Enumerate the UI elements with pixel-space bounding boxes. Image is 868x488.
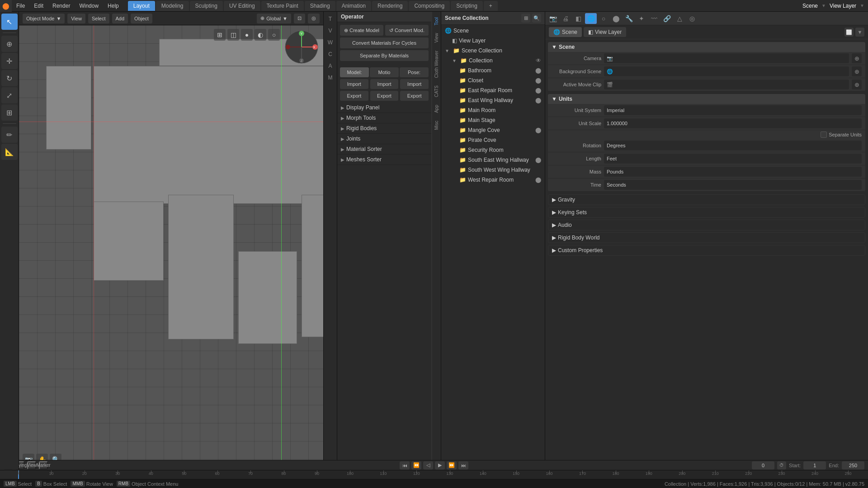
viewport-shading-wire[interactable]: ◫ <box>227 29 239 41</box>
time-value[interactable]: Seconds <box>604 180 862 190</box>
rigid-bodies-row[interactable]: ▶ Rigid Bodies <box>337 123 431 134</box>
start-frame[interactable]: 1 <box>803 461 826 469</box>
import-btn[interactable]: Import <box>340 79 368 89</box>
cursor-tool-btn[interactable]: ⊕ <box>1 36 18 52</box>
coll-view-layer[interactable]: ◧ View Layer <box>448 36 545 46</box>
timeline-track[interactable]: 0102030405060708090100110120130140150160… <box>18 470 868 479</box>
timeline-ruler[interactable]: 0102030405060708090100110120130140150160… <box>0 470 868 479</box>
props-constraints-btn[interactable]: 🔗 <box>661 13 673 24</box>
convert-model-btn[interactable]: ↺ Convert Mod. <box>385 25 429 36</box>
material-sorter-row[interactable]: ▶ Material Sorter <box>337 144 431 155</box>
coll-west-repair[interactable]: 📁 West Repair Room ⬤ <box>456 175 545 185</box>
camera-pick-btn[interactable]: ⊕ <box>852 53 862 63</box>
measure-tool-btn[interactable]: 📐 <box>1 144 18 160</box>
props-object-btn[interactable]: ⬤ <box>610 13 622 24</box>
menu-file[interactable]: File <box>12 0 29 11</box>
motion-tab[interactable]: Motio <box>370 67 399 77</box>
tab-animation[interactable]: Animation <box>336 1 371 11</box>
jump-start-btn[interactable]: ⏮ <box>400 461 410 469</box>
cloth-weaver-icon[interactable]: W <box>325 37 336 48</box>
move-tool-btn[interactable]: ✛ <box>1 53 18 69</box>
object-menu[interactable]: Object <box>131 14 152 23</box>
keying-sets-header[interactable]: ▶ Keying Sets <box>548 207 865 217</box>
props-world-btn[interactable]: ○ <box>598 13 609 24</box>
tab-layout[interactable]: Layout <box>128 1 155 11</box>
coll-scene-collection-row[interactable]: ▼ 📁 Scene Collection <box>441 46 545 56</box>
props-scene-btn[interactable]: 🌐 <box>585 13 597 24</box>
tab-modeling[interactable]: Modeling <box>156 1 189 11</box>
snap-toggle[interactable]: ⊡ <box>294 14 305 23</box>
scene-tab[interactable]: 🌐 Scene <box>549 27 582 37</box>
export-btn3[interactable]: Export <box>400 91 429 101</box>
jump-end-btn[interactable]: ⏭ <box>458 461 468 469</box>
tab-sculpting[interactable]: Sculpting <box>190 1 223 11</box>
joints-row[interactable]: ▶ Joints <box>337 134 431 144</box>
add-menu[interactable]: Add <box>112 14 128 23</box>
coll-bathroom[interactable]: 📁 Bathroom ⬤ <box>456 66 545 75</box>
view-icon[interactable]: V <box>325 25 336 36</box>
tab-compositing[interactable]: Compositing <box>409 1 450 11</box>
view-menu[interactable]: View <box>67 14 85 23</box>
vtab-view[interactable]: View <box>432 29 441 47</box>
transform-dropdown[interactable]: ⊕ Global ▼ <box>257 14 291 23</box>
menu-window[interactable]: Window <box>75 0 103 11</box>
unit-scale-value[interactable]: 1.000000 <box>604 118 862 128</box>
view-btn[interactable]: View <box>27 461 36 469</box>
props-physics-btn[interactable]: 〰 <box>648 13 660 24</box>
props-modifiers-btn[interactable]: 🔧 <box>623 13 635 24</box>
import-btn3[interactable]: Import <box>400 79 429 89</box>
custom-properties-header[interactable]: ▶ Custom Properties <box>548 245 865 255</box>
props-material-btn[interactable]: ◎ <box>686 13 698 24</box>
props-particles-btn[interactable]: ✦ <box>636 13 647 24</box>
transform-tool-btn[interactable]: ⊞ <box>1 104 18 121</box>
main-viewport[interactable]: ⊞ ◫ ● ◐ ○ X Y Z 📷 ✋ 🔍 <box>19 25 323 469</box>
scene-name[interactable]: Scene <box>802 3 818 9</box>
se-hallway-vis[interactable]: ⬤ <box>535 157 541 163</box>
step-fwd-btn[interactable]: ⏩ <box>447 461 457 469</box>
nav-gizmo[interactable]: X Y Z <box>283 29 320 66</box>
collection-vis-btn[interactable]: 👁 <box>536 57 541 64</box>
meshes-sorter-row[interactable]: ▶ Meshes Sorter <box>337 155 431 165</box>
vtab-cats[interactable]: CATS <box>432 82 441 101</box>
rotation-value[interactable]: Degrees <box>604 141 862 150</box>
camera-value[interactable]: 📷 <box>604 53 849 63</box>
export-btn[interactable]: Export <box>340 91 368 101</box>
tab-add[interactable]: + <box>484 1 498 11</box>
misc-icon[interactable]: M <box>325 72 336 83</box>
bg-scene-value[interactable]: 🌐 <box>604 66 849 76</box>
separate-materials-btn[interactable]: Separate By Materials <box>340 50 429 61</box>
viewport-shading-solid[interactable]: ● <box>241 29 253 41</box>
coll-mangle-cove[interactable]: 📁 Mangle Cove ⬤ <box>456 125 545 135</box>
tab-texture-paint[interactable]: Texture Paint <box>261 1 304 11</box>
display-panel-row[interactable]: ▶ Display Panel <box>337 103 431 113</box>
east-wing-vis[interactable]: ⬤ <box>535 97 541 103</box>
cats-icon[interactable]: C <box>325 49 336 60</box>
viewport-shading-material[interactable]: ◐ <box>255 29 266 41</box>
vtab-tool[interactable]: Tool <box>432 14 441 29</box>
props-render-btn[interactable]: 📷 <box>547 13 559 24</box>
model-tab[interactable]: Model: <box>340 67 369 77</box>
rigid-body-world-header[interactable]: ▶ Rigid Body World <box>548 233 865 243</box>
mangle-cove-vis[interactable]: ⬤ <box>535 127 541 133</box>
viewport-overlay-btn[interactable]: ⊞ <box>214 29 226 41</box>
play-btn[interactable]: ▶ <box>435 461 445 469</box>
tab-shading[interactable]: Shading <box>305 1 335 11</box>
sc-search-btn[interactable]: 🔍 <box>532 14 541 23</box>
create-model-btn[interactable]: ⊕ Create Model <box>340 25 383 36</box>
coll-east-repair[interactable]: 📁 East Repair Room ⬤ <box>456 85 545 95</box>
tab-uv-editing[interactable]: UV Editing <box>224 1 260 11</box>
app-icon-side[interactable]: A <box>325 61 336 71</box>
props-data-btn[interactable]: △ <box>674 13 685 24</box>
units-section-header[interactable]: ▼ Units <box>548 94 865 104</box>
tool-icon[interactable]: T <box>325 14 336 24</box>
play-back-btn[interactable]: ◁ <box>423 461 433 469</box>
scale-tool-btn[interactable]: ⤢ <box>1 87 18 103</box>
coll-main-stage[interactable]: 📁 Main Stage <box>456 115 545 125</box>
tab-rendering[interactable]: Rendering <box>372 1 408 11</box>
scene-section-header[interactable]: ▼ Scene <box>548 42 865 52</box>
annotate-tool-btn[interactable]: ✏ <box>1 127 18 143</box>
marker-btn[interactable]: Marker <box>39 461 48 469</box>
audio-header[interactable]: ▶ Audio <box>548 220 865 230</box>
movie-clip-value[interactable]: 🎬 <box>604 80 849 89</box>
convert-materials-btn[interactable]: Convert Materials For Cycles <box>340 38 429 48</box>
